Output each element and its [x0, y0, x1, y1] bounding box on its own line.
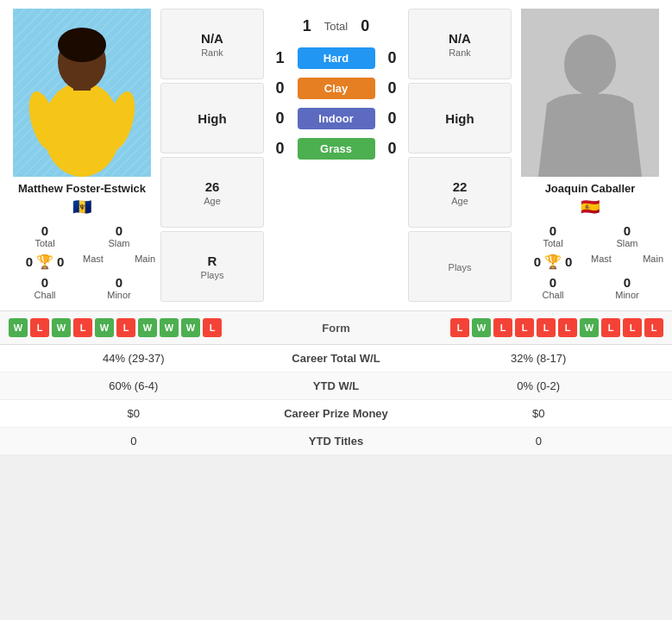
stats-row: $0 Career Prize Money $0 [0, 400, 672, 428]
player-detail-right: N/A Rank High 22 Age Plays [408, 9, 512, 302]
player-left-photo [13, 9, 151, 177]
form-badge-right: W [580, 318, 599, 337]
detail-plays-left: R Plays [160, 231, 264, 302]
score-row-grass: 0 Grass 0 [269, 138, 403, 160]
main-container: Matthew Foster-Estwick 🇧🇧 0 Total 0 Slam… [0, 0, 672, 455]
form-label: Form [302, 322, 371, 335]
form-badge-right: L [450, 318, 469, 337]
form-badge-left: W [52, 318, 71, 337]
clay-button[interactable]: Clay [298, 78, 375, 99]
stats-center-label: Career Prize Money [259, 407, 414, 420]
player-right-photo [521, 9, 659, 177]
form-badge-right: L [515, 318, 534, 337]
player-right-name: Joaquin Caballer [545, 182, 636, 195]
stats-left-val: 0 [9, 435, 259, 448]
stats-left-val: $0 [9, 407, 259, 420]
stat-cell-mast: 0 🏆 0 [9, 252, 81, 272]
svg-point-6 [58, 28, 106, 62]
player-right-svg [521, 9, 659, 177]
form-badge-right: L [558, 318, 577, 337]
player-right-flag: 🇪🇸 [581, 197, 600, 216]
stats-right-val: $0 [414, 407, 664, 420]
detail-plays-right: Plays [408, 231, 512, 302]
stat-cell-mast-right: 0 🏆 0 [517, 252, 589, 272]
form-badge-left: L [203, 318, 222, 337]
form-badge-right: W [472, 318, 491, 337]
stat-cell-total-right: 0 Total [517, 222, 589, 250]
score-row-clay: 0 Clay 0 [269, 78, 403, 99]
stat-cell-mast-label: Mast Main [83, 252, 155, 272]
player-left-svg [13, 9, 151, 177]
indoor-button[interactable]: Indoor [298, 108, 375, 129]
form-badge-left: L [73, 318, 92, 337]
form-badge-left: W [9, 318, 28, 337]
trophy-icon-left: 🏆 [36, 254, 53, 270]
score-row-indoor: 0 Indoor 0 [269, 108, 403, 129]
detail-age-right: 22 Age [408, 157, 512, 228]
stat-cell-slam-right: 0 Slam [591, 222, 663, 250]
stats-center-label: YTD Titles [259, 435, 414, 448]
form-badge-right: L [623, 318, 642, 337]
stat-mast-main-labels-right: Mast Main [591, 252, 663, 272]
stat-cell-minor: 0 Minor [83, 273, 155, 302]
form-badge-right: L [537, 318, 556, 337]
form-badge-left: L [30, 318, 49, 337]
stats-right-val: 0 [414, 435, 664, 448]
detail-age-left: 26 Age [160, 157, 264, 228]
detail-high-right: High [408, 83, 512, 153]
trophy-icon-right: 🏆 [544, 254, 562, 270]
stat-cell-total: 0 Total [9, 222, 81, 250]
player-left-flag: 🇧🇧 [72, 197, 91, 216]
form-badges-left: WLWLWLWWWL [9, 318, 297, 337]
stats-center-label: Career Total W/L [259, 352, 414, 365]
stat-cell-chall: 0 Chall [9, 273, 81, 302]
form-badge-left: W [138, 318, 157, 337]
player-right-stats: 0 Total 0 Slam 0 🏆 0 Mast Main [517, 222, 663, 302]
stats-right-val: 0% (0-2) [414, 379, 664, 392]
stats-left-val: 44% (29-37) [9, 352, 259, 365]
stat-cell-minor-right: 0 Minor [591, 273, 663, 302]
stats-left-val: 60% (6-4) [9, 379, 259, 392]
center-column: 1 Total 0 1 Hard 0 0 Clay 0 0 Indoor 0 0 [269, 9, 403, 302]
svg-rect-3 [56, 91, 108, 142]
form-badge-left: W [95, 318, 114, 337]
player-left-name: Matthew Foster-Estwick [18, 182, 146, 195]
grass-button[interactable]: Grass [298, 138, 375, 160]
players-section: Matthew Foster-Estwick 🇧🇧 0 Total 0 Slam… [0, 0, 672, 310]
form-badge-right: L [601, 318, 620, 337]
detail-rank-left: N/A Rank [160, 9, 264, 79]
player-left-stats: 0 Total 0 Slam 0 🏆 0 Mast [9, 222, 155, 302]
stats-row: 0 YTD Titles 0 [0, 428, 672, 455]
stats-table: 44% (29-37) Career Total W/L 32% (8-17) … [0, 344, 672, 455]
form-badge-right: L [493, 318, 512, 337]
form-badge-right: L [644, 318, 663, 337]
player-detail-left: N/A Rank High 26 Age R Plays [160, 9, 264, 302]
stats-row: 60% (6-4) YTD W/L 0% (0-2) [0, 373, 672, 400]
detail-rank-right: N/A Rank [408, 9, 512, 79]
svg-point-8 [564, 34, 616, 95]
form-section: WLWLWLWWWL Form LWLLLLWLLL [0, 310, 672, 344]
stats-right-val: 32% (8-17) [414, 352, 664, 365]
stat-cell-chall-right: 0 Chall [517, 273, 589, 302]
score-row-hard: 1 Hard 0 [269, 47, 403, 69]
stat-cell-slam: 0 Slam [83, 222, 155, 250]
player-left: Matthew Foster-Estwick 🇧🇧 0 Total 0 Slam… [9, 9, 155, 302]
form-badge-left: W [181, 318, 200, 337]
player-right: Joaquin Caballer 🇪🇸 0 Total 0 Slam 0 🏆 0 [517, 9, 663, 302]
total-row: 1 Total 0 [269, 17, 403, 35]
hard-button[interactable]: Hard [298, 47, 375, 69]
stats-center-label: YTD W/L [259, 379, 414, 392]
form-badge-left: L [116, 318, 135, 337]
detail-high-left: High [160, 83, 264, 153]
stats-row: 44% (29-37) Career Total W/L 32% (8-17) [0, 345, 672, 373]
form-badges-right: LWLLLLWLLL [376, 318, 664, 337]
form-badge-left: W [160, 318, 179, 337]
